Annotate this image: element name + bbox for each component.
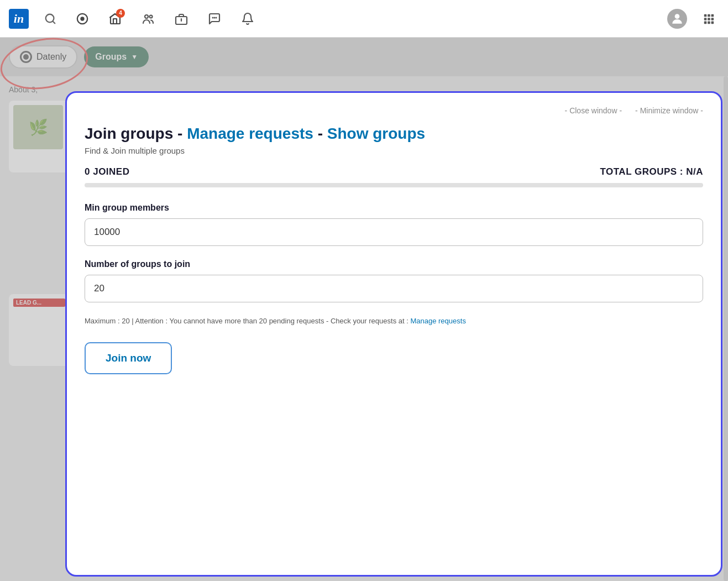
discover-icon[interactable] bbox=[72, 11, 93, 27]
linkedin-logo[interactable]: in bbox=[9, 9, 29, 29]
total-groups: TOTAL GROUPS : N/A bbox=[600, 166, 703, 177]
title-part1: Join groups bbox=[85, 125, 173, 142]
svg-rect-17 bbox=[711, 18, 714, 20]
jobs-icon[interactable] bbox=[170, 10, 192, 28]
svg-rect-14 bbox=[711, 14, 714, 17]
svg-line-1 bbox=[53, 21, 55, 23]
min-members-label: Min group members bbox=[85, 203, 703, 213]
manage-requests-hint-link[interactable]: Manage requests bbox=[410, 317, 465, 325]
minimize-window-link[interactable]: - Minimize window - bbox=[635, 106, 703, 115]
modal-top-bar: - Close window - - Minimize window - bbox=[85, 106, 703, 115]
svg-point-4 bbox=[145, 15, 148, 18]
title-sep1: - bbox=[173, 125, 187, 142]
hint-text-content: Maximum : 20 | Attention : You cannot ha… bbox=[85, 317, 410, 325]
progress-bar bbox=[85, 183, 703, 187]
modal-title: Join groups - Manage requests - Show gro… bbox=[85, 125, 703, 143]
title-sep2: - bbox=[313, 125, 327, 142]
hint-text: Maximum : 20 | Attention : You cannot ha… bbox=[85, 316, 703, 327]
stats-row: 0 JOINED TOTAL GROUPS : N/A bbox=[85, 166, 703, 177]
show-groups-link[interactable]: Show groups bbox=[327, 125, 425, 142]
avatar[interactable] bbox=[667, 9, 687, 29]
navbar: in 4 bbox=[0, 0, 728, 38]
messaging-icon[interactable] bbox=[203, 10, 226, 28]
svg-rect-13 bbox=[708, 14, 710, 17]
grid-icon[interactable] bbox=[698, 11, 719, 27]
manage-requests-link[interactable]: Manage requests bbox=[187, 125, 313, 142]
search-icon[interactable] bbox=[40, 11, 61, 27]
modal-subtitle: Find & Join multiple groups bbox=[85, 146, 703, 155]
num-groups-label: Number of groups to join bbox=[85, 259, 703, 269]
svg-point-5 bbox=[150, 15, 153, 18]
home-badge: 4 bbox=[116, 9, 125, 18]
svg-rect-19 bbox=[708, 21, 710, 24]
svg-rect-12 bbox=[704, 14, 707, 17]
close-window-link[interactable]: - Close window - bbox=[565, 106, 622, 115]
network-icon[interactable] bbox=[137, 10, 159, 28]
joined-count: 0 JOINED bbox=[85, 166, 129, 177]
modal-dialog: - Close window - - Minimize window - Joi… bbox=[65, 91, 722, 577]
svg-point-11 bbox=[675, 14, 680, 19]
svg-point-3 bbox=[80, 17, 84, 20]
svg-rect-15 bbox=[704, 18, 707, 20]
num-groups-input[interactable] bbox=[85, 275, 703, 302]
join-now-button[interactable]: Join now bbox=[85, 342, 172, 374]
notifications-icon[interactable] bbox=[237, 10, 259, 28]
svg-rect-20 bbox=[711, 21, 714, 24]
svg-rect-18 bbox=[704, 21, 707, 24]
min-members-input[interactable] bbox=[85, 218, 703, 246]
svg-rect-16 bbox=[708, 18, 710, 20]
home-icon[interactable]: 4 bbox=[104, 10, 126, 28]
